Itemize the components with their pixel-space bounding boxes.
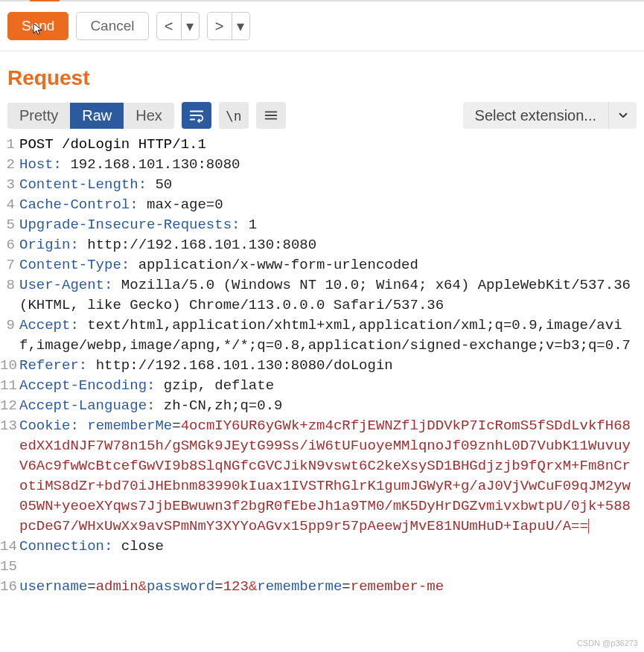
back-dropdown[interactable]: ▾: [182, 12, 200, 40]
line-code[interactable]: Content-Type: application/x-www-form-url…: [19, 255, 644, 275]
extension-select-arrow[interactable]: [608, 102, 637, 129]
back-group: < ▾: [156, 12, 200, 40]
editor-line[interactable]: 6Origin: http://192.168.101.130:8080: [0, 235, 644, 255]
line-number: 7: [0, 255, 19, 275]
wrap-icon: [188, 107, 205, 124]
line-code[interactable]: Accept-Language: zh-CN,zh;q=0.9: [19, 396, 644, 416]
editor-line[interactable]: 13Cookie: rememberMe=4ocmIY6UR6yGWk+zm4c…: [0, 416, 644, 537]
forward-button[interactable]: >: [207, 12, 232, 40]
line-code[interactable]: Cache-Control: max-age=0: [19, 195, 644, 215]
section-title-request: Request: [0, 51, 644, 98]
editor-line[interactable]: 15: [0, 557, 644, 577]
editor-line[interactable]: 16username=admin&password=123&rememberme…: [0, 577, 644, 597]
line-number: 9: [0, 316, 19, 336]
http-editor[interactable]: 1POST /doLogin HTTP/1.12Host: 192.168.10…: [0, 132, 644, 597]
view-controls: Pretty Raw Hex \n Select extension...: [0, 98, 644, 132]
editor-line[interactable]: 3Content-Length: 50: [0, 175, 644, 195]
action-toolbar: Send Cancel < ▾ > ▾: [0, 1, 644, 51]
line-number: 16: [0, 577, 19, 597]
editor-line[interactable]: 12Accept-Language: zh-CN,zh;q=0.9: [0, 396, 644, 416]
line-number: 4: [0, 195, 19, 215]
line-number: 6: [0, 235, 19, 255]
line-number: 14: [0, 537, 19, 557]
line-number: 10: [0, 356, 19, 376]
editor-line[interactable]: 11Accept-Encoding: gzip, deflate: [0, 376, 644, 396]
line-number: 8: [0, 275, 19, 295]
line-code[interactable]: Referer: http://192.168.101.130:8080/doL…: [19, 356, 644, 376]
line-number: 13: [0, 416, 19, 436]
line-code[interactable]: Host: 192.168.101.130:8080: [19, 155, 644, 175]
line-code[interactable]: User-Agent: Mozilla/5.0 (Windows NT 10.0…: [19, 275, 644, 316]
editor-line[interactable]: 1POST /doLogin HTTP/1.1: [0, 135, 644, 155]
line-number: 12: [0, 396, 19, 416]
view-tabs: Pretty Raw Hex: [7, 103, 174, 129]
line-code[interactable]: username=admin&password=123&rememberme=r…: [19, 577, 644, 597]
line-number: 5: [0, 215, 19, 235]
forward-group: > ▾: [207, 12, 250, 40]
line-code[interactable]: Accept-Encoding: gzip, deflate: [19, 376, 644, 396]
back-button[interactable]: <: [156, 12, 182, 40]
show-nonprintable-button[interactable]: \n: [219, 102, 249, 129]
line-number: 11: [0, 376, 19, 396]
line-code[interactable]: Upgrade-Insecure-Requests: 1: [19, 215, 644, 235]
line-number: 3: [0, 175, 19, 195]
wrap-lines-button[interactable]: [182, 102, 211, 129]
forward-dropdown[interactable]: ▾: [232, 12, 250, 40]
line-code[interactable]: Origin: http://192.168.101.130:8080: [19, 235, 644, 255]
line-code[interactable]: POST /doLogin HTTP/1.1: [19, 135, 644, 155]
line-code[interactable]: Accept: text/html,application/xhtml+xml,…: [19, 316, 644, 356]
editor-line[interactable]: 5Upgrade-Insecure-Requests: 1: [0, 215, 644, 235]
chevron-down-icon: [616, 109, 630, 122]
editor-line[interactable]: 4Cache-Control: max-age=0: [0, 195, 644, 215]
send-button[interactable]: Send: [7, 12, 68, 40]
extension-select-label: Select extension...: [463, 103, 608, 129]
newline-icon: \n: [226, 108, 242, 124]
editor-line[interactable]: 7Content-Type: application/x-www-form-ur…: [0, 255, 644, 275]
editor-line[interactable]: 8User-Agent: Mozilla/5.0 (Windows NT 10.…: [0, 275, 644, 316]
editor-line[interactable]: 9Accept: text/html,application/xhtml+xml…: [0, 316, 644, 356]
line-number: 2: [0, 155, 19, 175]
line-code[interactable]: Content-Length: 50: [19, 175, 644, 195]
menu-button[interactable]: [256, 102, 286, 129]
tab-pretty[interactable]: Pretty: [7, 103, 70, 129]
line-code[interactable]: Cookie: rememberMe=4ocmIY6UR6yGWk+zm4cRf…: [19, 416, 644, 537]
watermark: CSDN @p36273: [577, 639, 638, 648]
tab-raw[interactable]: Raw: [70, 103, 124, 129]
tab-hex[interactable]: Hex: [124, 103, 174, 129]
extension-select[interactable]: Select extension...: [463, 102, 637, 129]
editor-line[interactable]: 10Referer: http://192.168.101.130:8080/d…: [0, 356, 644, 376]
editor-line[interactable]: 14Connection: close: [0, 537, 644, 557]
editor-line[interactable]: 2Host: 192.168.101.130:8080: [0, 155, 644, 175]
hamburger-icon: [263, 107, 279, 124]
cancel-button[interactable]: Cancel: [76, 12, 148, 40]
line-code[interactable]: Connection: close: [19, 537, 644, 557]
line-number: 15: [0, 557, 19, 577]
line-number: 1: [0, 135, 19, 155]
